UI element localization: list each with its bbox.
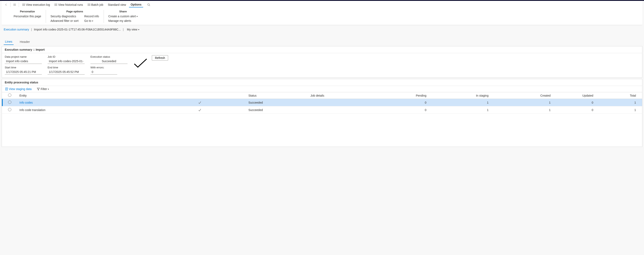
security-diagnostics-button[interactable]: Security diagnostics (50, 14, 78, 18)
refresh-button[interactable]: Refresh (152, 55, 168, 60)
action-search-button[interactable] (146, 2, 152, 8)
col-check (196, 92, 246, 99)
list-icon (22, 4, 25, 6)
entity-name[interactable]: Info codes (19, 101, 33, 104)
view-historical-runs-button[interactable]: View historical runs (53, 2, 84, 7)
record-info-button[interactable]: Record info (84, 14, 99, 18)
cell-updated: 0 (557, 99, 600, 106)
col-total[interactable]: Total (600, 92, 642, 99)
data-project-name-input[interactable] (5, 59, 42, 64)
view-execution-log-button[interactable]: View execution log (20, 2, 52, 7)
col-job-details[interactable]: Job details (308, 92, 370, 99)
label: My view (127, 28, 138, 31)
tab-lines[interactable]: Lines (4, 40, 14, 45)
row-select[interactable] (2, 99, 17, 106)
label: Options (130, 3, 142, 6)
row-select[interactable] (2, 106, 17, 114)
execution-status-field: Execution status (90, 55, 128, 64)
radio-icon (8, 100, 11, 104)
svg-point-0 (148, 4, 150, 6)
group-personalize: Personalize Personalize this page (9, 10, 46, 23)
cell-pending: 0 (370, 99, 432, 106)
list-icon (54, 4, 57, 6)
execution-summary-section: Execution summary :: Import Data project… (2, 46, 642, 78)
col-in-staging[interactable]: In staging (433, 92, 495, 99)
table-row[interactable]: Info codesSucceeded01101 (2, 99, 642, 106)
tab-header[interactable]: Header (18, 40, 31, 45)
field-label: End time (48, 66, 85, 70)
execution-status-input[interactable] (90, 59, 128, 64)
personalize-this-page-button[interactable]: Personalize this page (14, 14, 41, 18)
label: Security diagnostics (50, 14, 76, 18)
breadcrumb: Execution summary | Import info codes-20… (0, 25, 644, 33)
cell-total: 1 (600, 99, 642, 106)
start-time-input[interactable] (5, 70, 42, 74)
separator (10, 2, 10, 7)
label: Create a custom alert (108, 14, 136, 18)
cell-entity: Info codes (17, 99, 196, 106)
with-errors-input[interactable] (90, 70, 117, 74)
separator (19, 2, 19, 7)
cell-status: Succeeded (246, 106, 308, 114)
cell-check (196, 99, 246, 106)
col-created[interactable]: Created (495, 92, 557, 99)
summary-form: Data project name Start time Job ID End … (5, 55, 639, 74)
label: Filter (40, 87, 47, 91)
job-id-field: Job ID (48, 55, 85, 64)
checkmark-icon (198, 101, 244, 104)
cell-job-details (308, 106, 370, 114)
batch-job-button[interactable]: Batch job (86, 2, 105, 7)
cell-total: 1 (600, 106, 642, 114)
list-button[interactable] (12, 2, 17, 7)
chevron-down-icon: ▾ (136, 15, 138, 18)
with-errors-field: With errors: (90, 66, 117, 74)
col-status[interactable]: Status (246, 92, 308, 99)
group-title: Share (108, 10, 138, 14)
entity-processing-section: Entity processing status View staging da… (2, 79, 642, 147)
breadcrumb-execution-summary[interactable]: Execution summary (4, 28, 29, 31)
filter-button[interactable]: Filter ▾ (36, 87, 50, 91)
grid-header-row: Entity Status Job details Pending In sta… (2, 92, 642, 99)
cell-pending: 0 (370, 106, 432, 114)
label: Record info (84, 14, 99, 18)
cell-job-details (308, 99, 370, 106)
search-icon (147, 3, 150, 6)
select-all-header[interactable] (2, 92, 17, 99)
status-checkmark (133, 55, 148, 66)
label: Manage my alerts (108, 19, 131, 22)
group-title: Personalize (14, 10, 41, 14)
go-to-button[interactable]: Go to▾ (84, 19, 99, 23)
manage-my-alerts-button[interactable]: Manage my alerts (108, 19, 138, 23)
action-pane-top-row: View execution log View historical runs … (4, 2, 640, 9)
group-page-options: Page options Security diagnostics Advanc… (46, 10, 104, 23)
chevron-down-icon: ▾ (138, 28, 139, 31)
col-updated[interactable]: Updated (557, 92, 600, 99)
field-label: Job ID (48, 55, 85, 59)
cell-created: 1 (495, 106, 557, 114)
my-view-button[interactable]: My view ▾ (126, 28, 140, 31)
separator: | (122, 28, 124, 31)
separator: | (30, 28, 33, 31)
create-custom-alert-button[interactable]: Create a custom alert▾ (108, 14, 138, 18)
table-row[interactable]: Info code translationSucceeded01101 (2, 106, 642, 114)
job-id-input[interactable] (48, 59, 85, 64)
label: View historical runs (58, 3, 83, 6)
col-pending[interactable]: Pending (370, 92, 432, 99)
list-icon (14, 4, 16, 6)
field-label: Data project name (5, 55, 42, 59)
section-header: Execution summary :: Import (2, 46, 642, 53)
col-entity[interactable]: Entity (17, 92, 196, 99)
end-time-input[interactable] (48, 70, 85, 74)
entity-toolbar: View staging data Filter ▾ (2, 86, 642, 92)
document-icon (5, 88, 8, 90)
view-staging-data-button[interactable]: View staging data (4, 87, 33, 91)
cell-in-staging: 1 (433, 106, 495, 114)
standard-view-button[interactable]: Standard view (106, 2, 128, 7)
field-label: Execution status (90, 55, 128, 59)
action-pane: View execution log View historical runs … (2, 1, 642, 25)
advanced-filter-button[interactable]: Advanced filter or sort (50, 19, 78, 23)
back-button[interactable] (4, 2, 9, 7)
cell-updated: 0 (557, 106, 600, 114)
entity-name: Info code translation (19, 108, 45, 112)
options-tab[interactable]: Options (129, 2, 143, 8)
